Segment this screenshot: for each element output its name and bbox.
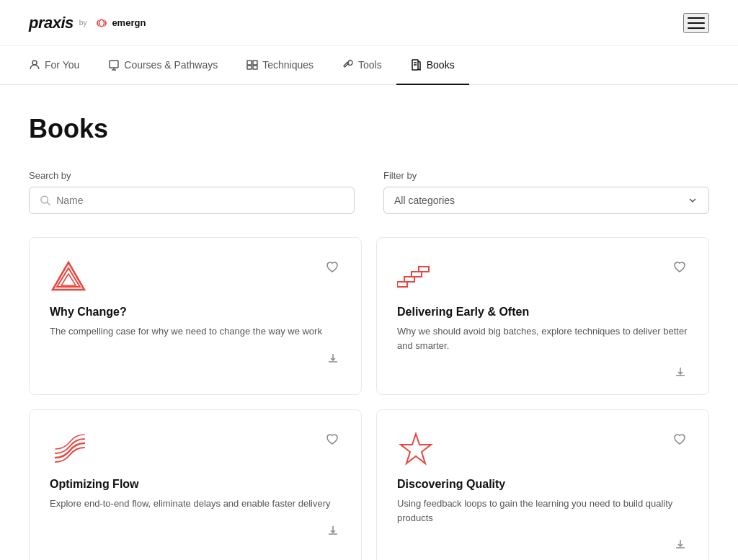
download-button-optimizing-flow[interactable]: [325, 523, 341, 538]
svg-rect-4: [247, 66, 252, 69]
hamburger-line-3: [688, 27, 705, 29]
svg-rect-3: [253, 61, 257, 65]
book-card-delivering-early: Delivering Early & Often Why we should a…: [376, 237, 709, 395]
svg-rect-2: [247, 61, 252, 65]
tab-books[interactable]: Books: [396, 46, 469, 85]
book-card-why-change: Why Change? The compelling case for why …: [29, 237, 362, 395]
hamburger-line-2: [688, 22, 705, 24]
logo-praxis: praxis: [29, 14, 74, 32]
book-title-discovering-quality: Discovering Quality: [397, 478, 688, 491]
search-field-group: Search by: [29, 170, 355, 214]
books-nav-icon: [411, 59, 422, 71]
tab-for-you[interactable]: For You: [29, 46, 94, 85]
card-top-4: [397, 430, 688, 468]
search-icon: [40, 195, 50, 206]
tab-for-you-label: For You: [45, 59, 79, 71]
book-title-delivering-early: Delivering Early & Often: [397, 306, 688, 319]
techniques-icon: [246, 59, 258, 71]
logo-emergn: emergn: [94, 17, 146, 29]
chevron-down-icon: [687, 195, 698, 206]
card-top-2: [397, 258, 688, 295]
heart-icon: [672, 432, 687, 446]
svg-point-0: [32, 61, 37, 65]
header: praxis by emergn: [0, 0, 738, 46]
svg-point-9: [41, 196, 48, 203]
tab-techniques-label: Techniques: [262, 59, 314, 71]
search-input[interactable]: [56, 195, 344, 206]
tab-tools-label: Tools: [358, 59, 382, 71]
download-icon: [674, 538, 687, 551]
stairs-icon: [397, 258, 435, 295]
emergn-text: emergn: [112, 17, 146, 28]
card-top-3: [50, 430, 341, 468]
book-title-optimizing-flow: Optimizing Flow: [50, 478, 341, 491]
filter-value: All categories: [394, 195, 455, 206]
courses-icon: [108, 59, 120, 71]
svg-line-10: [47, 203, 50, 205]
favorite-button-delivering-early[interactable]: [671, 258, 688, 275]
card-top-1: [50, 258, 341, 295]
tab-books-label: Books: [427, 59, 455, 71]
svg-marker-18: [401, 434, 431, 463]
star-icon: [397, 430, 435, 468]
logo-by: by: [79, 19, 87, 27]
book-desc-discovering-quality: Using feedback loops to gain the learnin…: [397, 497, 688, 525]
filter-field-group: Filter by All categories: [383, 170, 709, 214]
book-desc-delivering-early: Why we should avoid big batches, explore…: [397, 324, 688, 352]
hamburger-line-1: [688, 17, 705, 19]
logo: praxis by emergn: [29, 14, 146, 32]
svg-rect-1: [110, 61, 118, 68]
book-desc-optimizing-flow: Explore end-to-end flow, eliminate delay…: [50, 497, 341, 511]
heart-icon: [325, 259, 339, 274]
svg-rect-15: [412, 272, 422, 277]
search-filter-row: Search by Filter by All categories: [29, 170, 709, 214]
hamburger-button[interactable]: [683, 13, 709, 33]
flow-icon: [50, 430, 87, 468]
book-card-discovering-quality: Discovering Quality Using feedback loops…: [376, 409, 709, 560]
filter-label: Filter by: [383, 170, 709, 181]
card-footer-4: [397, 536, 688, 552]
filter-select[interactable]: All categories: [383, 187, 709, 214]
user-icon: [29, 59, 40, 71]
favorite-button-discovering-quality[interactable]: [671, 430, 688, 448]
download-icon: [326, 524, 339, 537]
search-label: Search by: [29, 170, 355, 181]
svg-rect-17: [397, 282, 407, 287]
tab-courses-pathways-label: Courses & Pathways: [124, 59, 218, 71]
svg-rect-14: [419, 267, 429, 272]
favorite-button-why-change[interactable]: [324, 258, 341, 275]
page-title: Books: [29, 114, 709, 144]
card-footer-2: [397, 364, 688, 380]
main-content: Books Search by Filter by All categories: [0, 85, 738, 560]
tab-tools[interactable]: Tools: [328, 46, 396, 85]
svg-rect-5: [253, 66, 257, 69]
download-icon: [674, 365, 687, 378]
book-card-optimizing-flow: Optimizing Flow Explore end-to-end flow,…: [29, 409, 362, 560]
download-icon: [326, 352, 339, 365]
card-footer-3: [50, 523, 341, 538]
tab-courses-pathways[interactable]: Courses & Pathways: [94, 46, 232, 85]
favorite-button-optimizing-flow[interactable]: [324, 430, 341, 448]
nav-tabs: For You Courses & Pathways Techniques To…: [0, 46, 738, 85]
book-desc-why-change: The compelling case for why we need to c…: [50, 324, 341, 339]
tools-icon: [342, 59, 354, 71]
emergn-icon: [94, 17, 110, 29]
books-grid: Why Change? The compelling case for why …: [29, 237, 709, 560]
heart-icon: [325, 432, 339, 446]
card-footer-1: [50, 350, 341, 366]
tab-techniques[interactable]: Techniques: [232, 46, 328, 85]
search-input-wrap: [29, 187, 355, 214]
download-button-delivering-early[interactable]: [672, 364, 688, 380]
download-button-discovering-quality[interactable]: [672, 536, 688, 552]
svg-rect-16: [404, 277, 414, 282]
heart-icon: [672, 259, 687, 274]
triangle-icon: [50, 258, 87, 295]
download-button-why-change[interactable]: [325, 350, 341, 366]
book-title-why-change: Why Change?: [50, 306, 341, 319]
